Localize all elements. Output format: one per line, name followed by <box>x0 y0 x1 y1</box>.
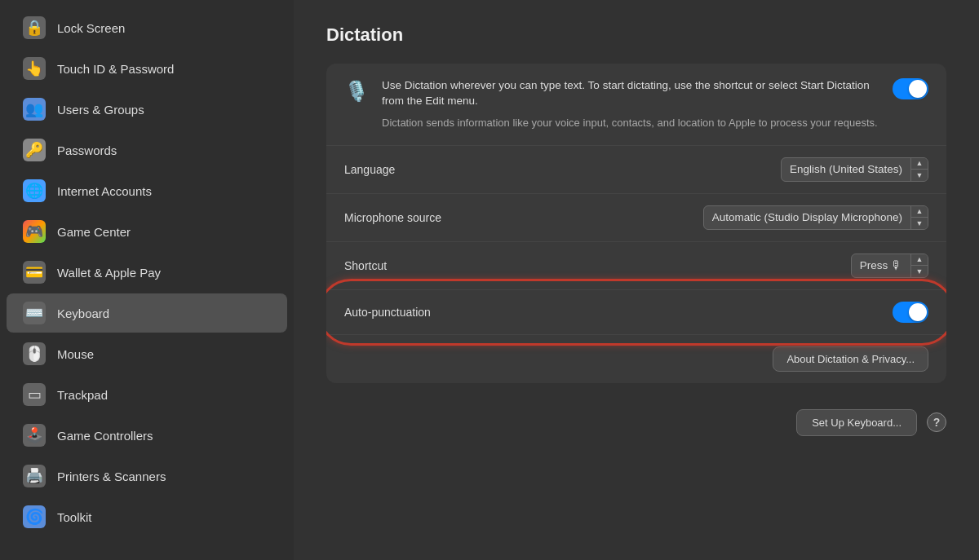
toolkit-icon: 🌀 <box>23 505 46 528</box>
help-button[interactable]: ? <box>927 412 946 432</box>
sidebar-item-wallet-apple-pay[interactable]: 💳Wallet & Apple Pay <box>7 253 287 292</box>
dictation-card: 🎙️ Use Dictation wherever you can type t… <box>326 64 946 383</box>
sidebar-item-keyboard[interactable]: ⌨️Keyboard <box>7 293 287 333</box>
sidebar-item-printers-scanners[interactable]: 🖨️Printers & Scanners <box>7 456 287 496</box>
setting-row-auto-punctuation: Auto-punctuation <box>326 290 946 334</box>
setting-control-language: English (United States)▲▼ <box>781 157 928 182</box>
dictation-toggle-section: 🎙️ Use Dictation wherever you can type t… <box>326 64 946 146</box>
stepper-value-microphone-source: Automatic (Studio Display Microphone) <box>704 208 910 227</box>
sidebar-label-toolkit: Toolkit <box>57 510 92 524</box>
mouse-icon: 🖱️ <box>23 342 46 365</box>
setting-label-auto-punctuation: Auto-punctuation <box>344 306 431 319</box>
stepper-value-shortcut: Press 🎙 <box>852 256 910 275</box>
stepper-microphone-source[interactable]: Automatic (Studio Display Microphone)▲▼ <box>703 205 928 230</box>
sidebar-item-trackpad[interactable]: ▭Trackpad <box>7 375 287 414</box>
sidebar-label-game-center: Game Center <box>57 225 131 239</box>
stepper-down-shortcut[interactable]: ▼ <box>911 266 928 277</box>
page-title: Dictation <box>326 24 946 46</box>
sidebar-item-game-center[interactable]: 🎮Game Center <box>7 212 287 251</box>
stepper-down-language[interactable]: ▼ <box>911 170 928 181</box>
stepper-up-shortcut[interactable]: ▲ <box>911 254 928 266</box>
sidebar-label-passwords: Passwords <box>57 143 117 157</box>
sidebar-item-users-groups[interactable]: 👥Users & Groups <box>7 90 287 129</box>
toggle-knob-auto-punctuation <box>909 303 927 321</box>
setting-row-language: LanguageEnglish (United States)▲▼ <box>326 146 946 194</box>
sidebar-label-keyboard: Keyboard <box>57 306 109 320</box>
stepper-shortcut[interactable]: Press 🎙▲▼ <box>851 254 928 278</box>
sidebar-label-touch-id: Touch ID & Password <box>57 62 174 76</box>
sidebar-item-touch-id[interactable]: 👆Touch ID & Password <box>7 49 287 88</box>
main-content: Dictation 🎙️ Use Dictation wherever you … <box>294 0 979 560</box>
sidebar-label-lock-screen: Lock Screen <box>57 21 125 35</box>
stepper-up-microphone-source[interactable]: ▲ <box>911 206 928 218</box>
lock-screen-icon: 🔒 <box>23 16 46 39</box>
stepper-down-microphone-source[interactable]: ▼ <box>911 218 928 229</box>
sidebar-item-lock-screen[interactable]: 🔒Lock Screen <box>7 8 287 47</box>
game-controllers-icon: 🕹️ <box>23 424 46 447</box>
bottom-bar: Set Up Keyboard... ? <box>326 403 946 436</box>
dictation-sub-text: Dictation sends information like your vo… <box>382 116 879 130</box>
about-dictation-button[interactable]: About Dictation & Privacy... <box>773 346 928 372</box>
printers-scanners-icon: 🖨️ <box>23 465 46 487</box>
sidebar-label-internet-accounts: Internet Accounts <box>57 184 152 198</box>
setting-label-language: Language <box>344 163 395 176</box>
sidebar-item-mouse[interactable]: 🖱️Mouse <box>7 334 287 373</box>
microphone-icon: 🎙️ <box>344 80 369 103</box>
setting-row-microphone-source: Microphone sourceAutomatic (Studio Displ… <box>326 194 946 242</box>
sidebar-item-toolkit[interactable]: 🌀Toolkit <box>7 497 287 536</box>
sidebar-label-mouse: Mouse <box>57 347 94 361</box>
touch-id-icon: 👆 <box>23 57 46 80</box>
sidebar-item-passwords[interactable]: 🔑Passwords <box>7 130 287 170</box>
sidebar-label-wallet-apple-pay: Wallet & Apple Pay <box>57 266 161 280</box>
passwords-icon: 🔑 <box>23 139 46 161</box>
game-center-icon: 🎮 <box>23 220 46 243</box>
internet-accounts-icon: 🌐 <box>23 179 46 202</box>
trackpad-icon: ▭ <box>23 383 46 406</box>
sidebar-label-users-groups: Users & Groups <box>57 103 144 117</box>
keyboard-icon: ⌨️ <box>23 302 46 324</box>
wallet-apple-pay-icon: 💳 <box>23 261 46 284</box>
dictation-main-text: Use Dictation wherever you can type text… <box>382 78 879 109</box>
sidebar-item-internet-accounts[interactable]: 🌐Internet Accounts <box>7 171 287 210</box>
toggle-knob <box>909 80 927 98</box>
sidebar-label-printers-scanners: Printers & Scanners <box>57 470 166 483</box>
setting-label-microphone-source: Microphone source <box>344 211 441 224</box>
users-groups-icon: 👥 <box>23 98 46 121</box>
sidebar-item-game-controllers[interactable]: 🕹️Game Controllers <box>7 416 287 455</box>
stepper-value-language: English (United States) <box>782 160 910 179</box>
sidebar-label-trackpad: Trackpad <box>57 388 108 402</box>
setting-row-shortcut: ShortcutPress 🎙▲▼ <box>326 242 946 290</box>
setting-control-shortcut: Press 🎙▲▼ <box>851 254 928 278</box>
setup-keyboard-button[interactable]: Set Up Keyboard... <box>796 409 917 436</box>
sidebar: 🔒Lock Screen👆Touch ID & Password👥Users &… <box>0 0 294 560</box>
setting-label-shortcut: Shortcut <box>344 259 387 272</box>
stepper-language[interactable]: English (United States)▲▼ <box>781 157 928 182</box>
card-footer: About Dictation & Privacy... <box>326 334 946 383</box>
setting-control-microphone-source: Automatic (Studio Display Microphone)▲▼ <box>703 205 928 230</box>
settings-rows: LanguageEnglish (United States)▲▼Microph… <box>326 146 946 334</box>
sidebar-label-game-controllers: Game Controllers <box>57 429 153 443</box>
stepper-up-language[interactable]: ▲ <box>911 158 928 170</box>
dictation-toggle[interactable] <box>893 78 928 99</box>
toggle-auto-punctuation[interactable] <box>893 302 928 323</box>
setting-control-auto-punctuation <box>893 302 928 323</box>
